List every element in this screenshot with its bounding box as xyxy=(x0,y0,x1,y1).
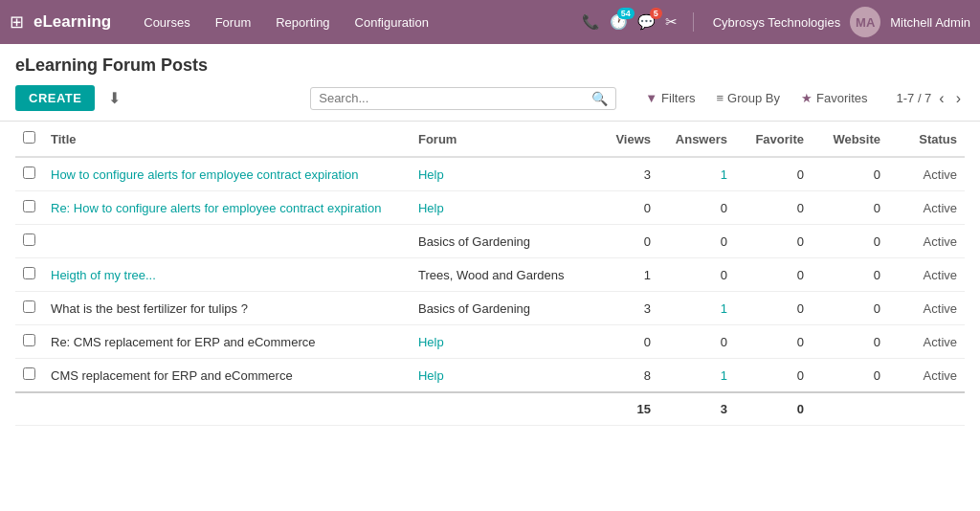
col-header-views: Views xyxy=(582,122,658,157)
menu-forum[interactable]: Forum xyxy=(206,11,261,33)
row-answers: 0 xyxy=(658,191,735,225)
table-row: What is the best fertilizer for tulips ?… xyxy=(15,292,965,325)
calendar-badge: 54 xyxy=(617,8,635,19)
chat-icon[interactable]: 💬 5 xyxy=(637,13,656,31)
groupby-button[interactable]: ≡ Group By xyxy=(707,87,791,109)
calendar-icon[interactable]: 🕐 54 xyxy=(610,13,628,31)
scissors-icon[interactable]: ✂ xyxy=(665,13,678,31)
row-views: 3 xyxy=(582,292,658,325)
row-title: What is the best fertilizer for tulips ? xyxy=(43,292,411,325)
grid-menu-icon[interactable]: ⊞ xyxy=(10,11,24,33)
row-views: 3 xyxy=(582,157,658,191)
menu-reporting[interactable]: Reporting xyxy=(266,11,339,33)
menu-courses[interactable]: Courses xyxy=(134,11,199,33)
table-row: Re: CMS replacement for ERP and eCommerc… xyxy=(15,325,965,359)
row-answers: 0 xyxy=(658,258,735,292)
menu-configuration[interactable]: Configuration xyxy=(345,11,438,33)
col-header-website: Website xyxy=(812,122,888,157)
table-row: Basics of Gardening0000Active xyxy=(15,225,965,258)
filters-label: Filters xyxy=(661,91,695,105)
totals-views: 15 xyxy=(582,392,658,426)
row-checkbox-input[interactable] xyxy=(23,334,35,346)
row-checkbox-input[interactable] xyxy=(23,167,35,179)
row-forum[interactable]: Help xyxy=(411,359,582,393)
table-row: Re: How to configure alerts for employee… xyxy=(15,191,965,225)
row-checkbox-input[interactable] xyxy=(23,300,35,313)
table-body: How to configure alerts for employee con… xyxy=(15,157,965,426)
row-favorite: 0 xyxy=(735,191,812,225)
row-status: Active xyxy=(888,292,965,325)
row-forum: Basics of Gardening xyxy=(411,225,582,258)
totals-row: 15 3 0 xyxy=(15,392,965,426)
row-checkbox[interactable] xyxy=(15,325,43,359)
search-input[interactable] xyxy=(319,91,591,105)
row-website: 0 xyxy=(812,292,888,325)
create-button[interactable]: CREATE xyxy=(15,85,95,111)
row-title[interactable]: How to configure alerts for employee con… xyxy=(43,157,411,191)
row-checkbox-input[interactable] xyxy=(23,367,35,380)
row-checkbox[interactable] xyxy=(15,359,43,393)
search-box: 🔍 xyxy=(310,87,616,110)
totals-title-col xyxy=(43,392,411,426)
select-all-checkbox[interactable] xyxy=(15,122,43,157)
row-checkbox-input[interactable] xyxy=(23,233,35,246)
row-favorite: 0 xyxy=(735,359,812,393)
col-header-favorite: Favorite xyxy=(735,122,812,157)
row-title[interactable]: Re: How to configure alerts for employee… xyxy=(43,191,411,225)
totals-answers: 3 xyxy=(658,392,735,426)
row-checkbox[interactable] xyxy=(15,157,43,191)
row-forum: Basics of Gardening xyxy=(411,292,582,325)
table-container: Title Forum Views Answers Favorite Websi… xyxy=(0,122,980,426)
col-header-status: Status xyxy=(888,122,965,157)
row-checkbox[interactable] xyxy=(15,292,43,325)
toolbar: CREATE ⬇ 🔍 ▼ Filters ≡ Group By ★ Favori… xyxy=(15,85,965,121)
company-name[interactable]: Cybrosys Technologies xyxy=(713,15,840,30)
row-title xyxy=(43,225,411,258)
table-row: Heigth of my tree...Trees, Wood and Gard… xyxy=(15,258,965,292)
username[interactable]: Mitchell Admin xyxy=(890,15,970,30)
toolbar-right: 🔍 ▼ Filters ≡ Group By ★ Favorites 1-7 /… xyxy=(310,87,965,110)
pagination: 1-7 / 7 ‹ › xyxy=(896,88,965,109)
row-forum[interactable]: Help xyxy=(411,325,582,359)
filters-button[interactable]: ▼ Filters xyxy=(635,87,704,109)
row-checkbox[interactable] xyxy=(15,191,43,225)
row-checkbox[interactable] xyxy=(15,258,43,292)
page-title: eLearning Forum Posts xyxy=(15,56,965,76)
row-website: 0 xyxy=(812,225,888,258)
row-answers[interactable]: 1 xyxy=(658,157,735,191)
row-status: Active xyxy=(888,359,965,393)
row-checkbox[interactable] xyxy=(15,225,43,258)
chat-badge: 5 xyxy=(650,8,662,19)
row-views: 0 xyxy=(582,225,658,258)
favorites-button[interactable]: ★ Favorites xyxy=(791,87,877,109)
row-answers: 0 xyxy=(658,325,735,359)
download-button[interactable]: ⬇ xyxy=(102,85,126,111)
search-icon: 🔍 xyxy=(591,91,608,106)
row-answers[interactable]: 1 xyxy=(658,292,735,325)
row-title[interactable]: Heigth of my tree... xyxy=(43,258,411,292)
table-header-row: Title Forum Views Answers Favorite Websi… xyxy=(15,122,965,157)
phone-icon[interactable]: 📞 xyxy=(582,13,600,31)
avatar[interactable]: MA xyxy=(850,7,880,37)
row-checkbox-input[interactable] xyxy=(23,200,35,212)
avatar-initials: MA xyxy=(856,15,875,30)
next-page-button[interactable]: › xyxy=(952,88,965,109)
totals-website-col xyxy=(812,392,888,426)
app-brand[interactable]: eLearning xyxy=(33,12,111,32)
row-answers: 0 xyxy=(658,225,735,258)
row-views: 1 xyxy=(582,258,658,292)
row-forum[interactable]: Help xyxy=(411,157,582,191)
row-favorite: 0 xyxy=(735,258,812,292)
row-answers[interactable]: 1 xyxy=(658,359,735,393)
row-checkbox-input[interactable] xyxy=(23,267,35,279)
row-favorite: 0 xyxy=(735,157,812,191)
forum-posts-table: Title Forum Views Answers Favorite Websi… xyxy=(15,122,965,426)
col-header-title: Title xyxy=(43,122,411,157)
row-status: Active xyxy=(888,325,965,359)
header-checkbox[interactable] xyxy=(23,131,35,144)
row-forum[interactable]: Help xyxy=(411,191,582,225)
groupby-label: Group By xyxy=(727,91,780,105)
row-website: 0 xyxy=(812,258,888,292)
star-icon: ★ xyxy=(801,91,813,105)
prev-page-button[interactable]: ‹ xyxy=(935,88,947,109)
